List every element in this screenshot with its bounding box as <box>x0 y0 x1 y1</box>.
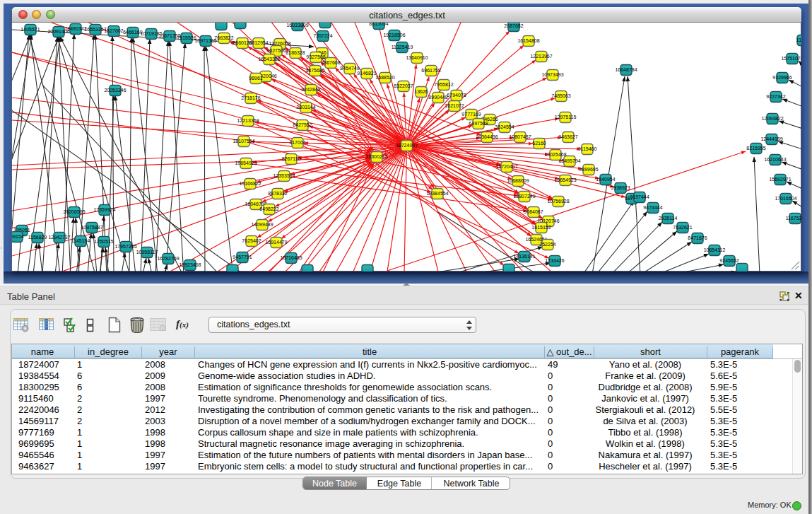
svg-text:9327508: 9327508 <box>306 54 325 59</box>
svg-text:16543382: 16543382 <box>258 57 280 62</box>
svg-text:20053346: 20053346 <box>104 88 126 93</box>
svg-text:7955812: 7955812 <box>434 82 453 87</box>
svg-text:62160: 62160 <box>532 141 546 146</box>
svg-text:8215955: 8215955 <box>746 146 765 151</box>
svg-text:1167531: 1167531 <box>786 216 801 221</box>
svg-text:10807487: 10807487 <box>509 134 531 139</box>
svg-text:18495794: 18495794 <box>558 158 580 163</box>
svg-text:16210643: 16210643 <box>764 157 786 162</box>
svg-text:1527602: 1527602 <box>104 28 123 33</box>
svg-text:12975115: 12975115 <box>555 115 577 119</box>
svg-text:1588520: 1588520 <box>375 75 394 80</box>
svg-text:7357224: 7357224 <box>313 33 332 38</box>
svg-text:16914479: 16914479 <box>265 240 287 245</box>
svg-text:18490342: 18490342 <box>64 26 86 31</box>
svg-text:12923468: 12923468 <box>179 262 201 267</box>
svg-text:9084067: 9084067 <box>524 209 543 214</box>
svg-text:39154: 39154 <box>12 234 24 239</box>
svg-text:16782759: 16782759 <box>157 256 179 261</box>
svg-text:8912954: 8912954 <box>249 40 268 45</box>
svg-text:2718176: 2718176 <box>241 95 260 100</box>
svg-text:1145194: 1145194 <box>71 238 90 243</box>
svg-text:19166822: 19166822 <box>239 181 261 186</box>
svg-text:11325419: 11325419 <box>392 45 413 49</box>
svg-text:10025468: 10025468 <box>544 152 566 157</box>
svg-text:9327506: 9327506 <box>266 48 286 53</box>
svg-text:15716485: 15716485 <box>280 255 302 260</box>
svg-text:12213967: 12213967 <box>530 54 552 59</box>
svg-text:7485063: 7485063 <box>551 93 570 98</box>
svg-text:2367608: 2367608 <box>321 60 340 65</box>
svg-text:1733426: 1733426 <box>545 258 564 263</box>
svg-text:15720407: 15720407 <box>495 164 517 169</box>
svg-text:2803144: 2803144 <box>296 105 315 110</box>
svg-text:18807249: 18807249 <box>513 194 535 199</box>
svg-text:9197444: 9197444 <box>630 194 649 199</box>
svg-text:12093822: 12093822 <box>761 116 783 121</box>
svg-text:8813054: 8813054 <box>369 23 388 26</box>
svg-text:8471676: 8471676 <box>688 235 707 240</box>
svg-text:252254: 252254 <box>539 242 555 247</box>
svg-text:14136141: 14136141 <box>513 254 535 259</box>
svg-text:6497568: 6497568 <box>469 121 488 126</box>
svg-text:18300215: 18300215 <box>365 154 387 159</box>
svg-text:10971365: 10971365 <box>194 38 216 43</box>
svg-text:6794078: 6794078 <box>447 93 466 98</box>
svg-text:2935114: 2935114 <box>659 216 678 221</box>
svg-text:19654923: 19654923 <box>554 177 576 182</box>
svg-text:6498222: 6498222 <box>259 206 278 211</box>
svg-text:1156829: 1156829 <box>28 235 47 240</box>
svg-text:9329966: 9329966 <box>772 75 792 80</box>
svg-text:8427552: 8427552 <box>293 122 312 127</box>
svg-text:17016504: 17016504 <box>775 196 796 201</box>
svg-text:20206565: 20206565 <box>63 209 85 214</box>
svg-text:15692971: 15692971 <box>769 177 791 182</box>
svg-text:19654923: 19654923 <box>235 160 257 165</box>
svg-text:7632621: 7632621 <box>673 225 692 230</box>
svg-text:10756928: 10756928 <box>547 199 569 204</box>
svg-text:12942737: 12942737 <box>48 235 70 240</box>
svg-text:16154808: 16154808 <box>517 38 539 43</box>
svg-text:8878332: 8878332 <box>268 191 287 196</box>
svg-text:9457791: 9457791 <box>233 255 252 259</box>
svg-text:18724007: 18724007 <box>396 143 418 148</box>
svg-text:8322037: 8322037 <box>394 83 413 88</box>
svg-text:10973493: 10973493 <box>541 72 563 77</box>
svg-text:16553267: 16553267 <box>84 27 106 32</box>
svg-text:3875685: 3875685 <box>305 68 324 73</box>
svg-text:1405571: 1405571 <box>20 27 40 32</box>
svg-text:8186328: 8186328 <box>286 50 305 55</box>
svg-text:19384554: 19384554 <box>426 191 448 196</box>
svg-text:10688609: 10688609 <box>507 178 529 183</box>
svg-text:7515526: 7515526 <box>177 35 196 40</box>
svg-text:6961758: 6961758 <box>421 68 440 73</box>
svg-text:9227342: 9227342 <box>766 94 785 99</box>
svg-text:3624554: 3624554 <box>495 124 514 129</box>
svg-text:16648784: 16648784 <box>615 67 637 72</box>
svg-text:13640910: 13640910 <box>406 55 428 60</box>
svg-text:12353594: 12353594 <box>273 173 295 178</box>
svg-text:12213369: 12213369 <box>237 118 259 123</box>
svg-text:9474444: 9474444 <box>643 205 662 210</box>
svg-text:15751074: 15751074 <box>781 56 801 61</box>
svg-text:9777169: 9777169 <box>461 112 481 117</box>
svg-text:9146821: 9146821 <box>357 71 376 76</box>
svg-text:5938923: 5938923 <box>611 185 630 190</box>
svg-text:1621072: 1621072 <box>445 103 464 108</box>
svg-text:11123: 11123 <box>796 37 801 42</box>
svg-text:10958117: 10958117 <box>136 250 158 255</box>
svg-text:9242848: 9242848 <box>301 87 320 92</box>
svg-text:17957255: 17957255 <box>114 244 136 249</box>
svg-text:13626: 13626 <box>414 89 428 94</box>
svg-text:1250515: 1250515 <box>94 239 113 244</box>
svg-text:20364436: 20364436 <box>476 134 498 139</box>
svg-text:10975887: 10975887 <box>81 225 102 230</box>
svg-text:8990448: 8990448 <box>428 95 447 100</box>
svg-text:8454749: 8454749 <box>340 66 359 71</box>
svg-text:18107554: 18107554 <box>233 139 254 144</box>
svg-text:17359924: 17359924 <box>93 207 115 212</box>
svg-text:417004: 417004 <box>289 140 305 145</box>
svg-text:8267110: 8267110 <box>282 156 301 161</box>
svg-text:2087682: 2087682 <box>504 23 523 28</box>
svg-text:1615152: 1615152 <box>531 225 551 230</box>
